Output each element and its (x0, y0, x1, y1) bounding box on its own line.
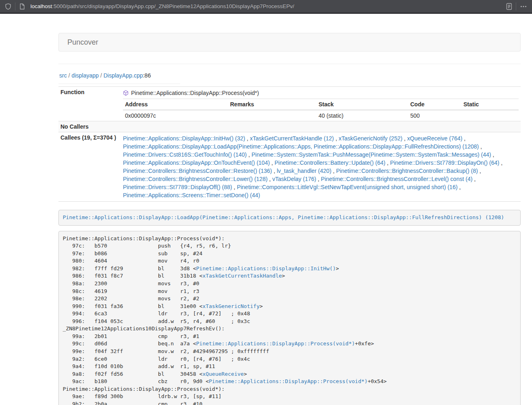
code-line: 99e: f04f 32ff mov.w r2, #4294967295 ; 0… (63, 348, 517, 355)
navbar: Puncover (58, 33, 521, 52)
disassembly-content: Pinetime::Applications::DisplayApp::Proc… (63, 235, 517, 405)
column-header-static: Static (461, 99, 519, 110)
callee-link[interactable]: xTaskGetCurrentTaskHandle (12) (250, 135, 334, 142)
no-callers-cell (121, 121, 521, 132)
callee-link[interactable]: Pinetime::Drivers::Cst816S::GetTouchInfo… (123, 151, 247, 158)
breadcrumb-separator: / (67, 72, 72, 79)
code-line: _ZN8Pinetime12Applications10DisplayApp7R… (63, 325, 517, 333)
function-label: Function (58, 87, 121, 121)
code-line: 97c: b570 push {r4, r5, r6, lr} (63, 242, 517, 250)
breadcrumb-link-src[interactable]: src (59, 72, 67, 79)
url-path: :5000/path/src/displayapp/DisplayApp.cpp… (52, 3, 294, 9)
code-line: Pinetime::Applications::DisplayApp::Proc… (63, 235, 517, 243)
callee-link[interactable]: Pinetime::Drivers::St7789::DisplayOn() (… (390, 159, 499, 166)
code-line: 99a: 2b01 cmp r3, #1 (63, 333, 517, 340)
code-symbol-link[interactable]: xTaskGetCurrentTaskHandle (202, 273, 282, 279)
url-bar[interactable]: localhost:5000/path/src/displayapp/Displ… (29, 3, 502, 9)
callee-link[interactable]: Pinetime::Controllers::BrightnessControl… (123, 176, 267, 182)
function-name: Pinetime::Applications::DisplayApp::Proc… (131, 90, 259, 96)
callee-link[interactable]: Pinetime::Applications::DisplayApp::Init… (123, 135, 245, 142)
callee-link[interactable]: Pinetime::Controllers::BrightnessControl… (321, 176, 472, 182)
code-line: 97e: b086 sub sp, #24 (63, 250, 517, 258)
callee-link[interactable]: xQueueReceive (764) (407, 135, 462, 142)
shield-icon[interactable] (5, 3, 11, 10)
code-line: 980: 4604 mov r4, r0 (63, 257, 517, 265)
breadcrumb-link-displayapp[interactable]: displayapp (71, 72, 99, 79)
highlighted-callee-link[interactable]: Pinetime::Applications::DisplayApp::Load… (63, 214, 504, 220)
callee-link[interactable]: Pinetime::Applications::DisplayApp::Load… (123, 143, 479, 150)
page-content: Puncover src / displayapp / DisplayApp.c… (0, 33, 532, 405)
toolbar-divider (15, 2, 15, 11)
code-symbol-link[interactable]: xQueueReceive (202, 371, 244, 377)
code-symbol-link[interactable]: Pinetime::Applications::DisplayApp::Proc… (196, 340, 355, 347)
disassembly-block: Pinetime::Applications::DisplayApp::Proc… (58, 231, 521, 405)
highlighted-callee-box: Pinetime::Applications::DisplayApp::Load… (58, 210, 521, 226)
function-detail-table: Address Remarks Stack Code Static 0x0000… (123, 99, 519, 121)
reader-view-icon[interactable] (506, 3, 512, 10)
code-line: 9a8: f02f fd56 bl 30458 <xQueueReceive> (63, 371, 517, 378)
code-line: 9a4: f10d 010b add.w r1, sp, #11 (63, 363, 517, 371)
callee-link[interactable]: Pinetime::Controllers::BrightnessControl… (336, 168, 478, 174)
code-line: Pinetime::Applications::DisplayApp::Proc… (63, 386, 517, 393)
page-info-icon[interactable] (19, 3, 25, 10)
overflow-menu-icon[interactable] (520, 3, 527, 10)
code-line: 996: f104 053c add.w r5, r4, #60 ; 0x3c (63, 318, 517, 325)
browser-toolbar: localhost:5000/path/src/displayapp/Displ… (0, 0, 532, 14)
code-symbol-link[interactable]: Pinetime::Applications::DisplayApp::Init… (196, 265, 336, 271)
symbol-table: Function Pinetime::Applications::Display… (58, 86, 521, 202)
code-line: 9a2: 6ce0 ldr r0, [r4, #76] ; 0x4c (63, 355, 517, 363)
app-brand[interactable]: Puncover (59, 38, 104, 47)
code-symbol-link[interactable]: xTaskGenericNotify (202, 303, 260, 309)
code-line: 9b2: 2b0a cmp r3, #10 (63, 401, 517, 405)
detail-header-row: Address Remarks Stack Code Static (123, 99, 519, 110)
divider (58, 64, 521, 64)
callee-link[interactable]: Pinetime::System::SystemTask::PushMessag… (252, 151, 491, 158)
callee-link[interactable]: Pinetime::Controllers::Battery::Update()… (275, 159, 386, 166)
code-line: 98a: 2300 movs r3, #0 (63, 280, 517, 288)
code-line: 982: f7ff fd29 bl 3d8 <Pinetime::Applica… (63, 265, 517, 273)
breadcrumb: src / displayapp / DisplayApp.cpp:86 (59, 72, 521, 80)
function-cell: Pinetime::Applications::DisplayApp::Proc… (121, 87, 521, 121)
callees-row: Callees (19, Σ=3704 ) Pinetime::Applicat… (58, 132, 521, 202)
code-line: 994: 6ca3 ldr r3, [r4, #72] ; 0x48 (63, 310, 517, 318)
column-header-stack: Stack (317, 99, 408, 110)
callee-link[interactable]: Pinetime::Controllers::BrightnessControl… (123, 168, 272, 174)
column-header-code: Code (408, 99, 461, 110)
callee-link[interactable]: Pinetime::Applications::DisplayApp::OnTo… (123, 159, 270, 166)
callees-list: Pinetime::Applications::DisplayApp::Init… (121, 132, 521, 202)
code-line: 98e: 2202 movs r2, #2 (63, 295, 517, 303)
symbol-cube-icon (123, 90, 129, 96)
url-host: localhost (30, 3, 52, 9)
no-callers-label: No Callers (58, 121, 121, 132)
code-symbol-link[interactable]: Pinetime::Applications::DisplayApp::Proc… (209, 378, 368, 384)
callee-link[interactable]: Pinetime::Applications::Screens::Timer::… (123, 192, 260, 198)
stack-value: 40 (static) (317, 110, 408, 121)
callee-link[interactable]: vTaskDelay (176) (272, 176, 316, 182)
address-value: 0x0000097c (123, 110, 228, 121)
breadcrumb-underline (58, 84, 180, 84)
column-header-address: Address (123, 99, 228, 110)
column-header-remarks: Remarks (228, 99, 317, 110)
callee-link[interactable]: lv_task_handler (420) (277, 168, 332, 174)
code-line: 98c: 4619 mov r1, r3 (63, 288, 517, 295)
breadcrumb-link-file[interactable]: DisplayApp.cpp (103, 72, 143, 79)
function-row: Function Pinetime::Applications::Display… (58, 87, 521, 121)
callee-link[interactable]: xTaskGenericNotify (252) (338, 135, 402, 142)
detail-data-row: 0x0000097c 40 (static) 500 (123, 110, 519, 121)
code-size-value: 500 (408, 110, 461, 121)
static-value (461, 110, 519, 121)
no-callers-row: No Callers (58, 121, 521, 132)
callee-link[interactable]: Pinetime::Drivers::St7789::DisplayOff() … (123, 184, 232, 190)
callees-label: Callees (19, Σ=3704 ) (58, 132, 121, 202)
breadcrumb-separator: / (99, 72, 103, 79)
code-line: 9ac: b180 cbz r0, 9d0 <Pinetime::Applica… (63, 378, 517, 386)
breadcrumb-line-number: :86 (143, 72, 151, 79)
code-line: 99c: d06d beq.n a7a <Pinetime::Applicati… (63, 340, 517, 348)
code-line: 990: f031 fa36 bl 31e00 <xTaskGenericNot… (63, 303, 517, 310)
code-line: 9ae: f89d 300b ldrb.w r3, [sp, #11] (63, 393, 517, 401)
code-line: 986: f031 f8c7 bl 31b18 <xTaskGetCurrent… (63, 272, 517, 280)
toolbar-divider-2 (516, 2, 516, 11)
callee-link[interactable]: Pinetime::Components::LittleVgl::SetNewT… (237, 184, 458, 190)
remarks-value (228, 110, 317, 121)
